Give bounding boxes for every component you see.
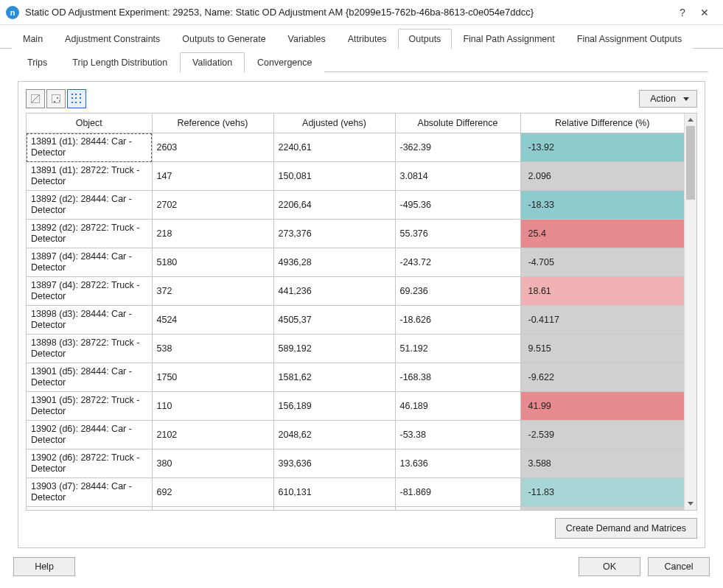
table-row[interactable]: 13902 (d6): 28722: Truck - Detector38039… [27,449,684,478]
subtab-validation[interactable]: Validation [180,52,245,72]
cell-absolute-diff: 69.236 [395,277,520,306]
column-header[interactable]: Object [27,113,152,133]
cell-object: 13903 (d7): 28722: Truck - Detector [27,507,152,511]
cell-relative-diff: 3.588 [520,449,684,478]
cell-adjusted: 156,189 [273,392,395,421]
cell-adjusted: 336,774 [273,507,395,511]
tab-outputs-to-generate[interactable]: Outputs to Generate [171,29,276,49]
cancel-button[interactable]: Cancel [648,557,710,576]
subtab-trip-length-distribution[interactable]: Trip Length Distribution [60,52,180,72]
line-chart-view-button[interactable] [26,89,45,108]
scroll-thumb[interactable] [686,126,695,200]
cell-adjusted: 150,081 [273,162,395,191]
table-row[interactable]: 13898 (d3): 28722: Truck - Detector53858… [27,335,684,363]
window-title: Static OD Adjustment Experiment: 29253, … [25,7,671,18]
table-row[interactable]: 13901 (d5): 28722: Truck - Detector11015… [27,392,684,421]
cell-reference: 321 [152,507,273,511]
cell-absolute-diff: 46.189 [395,392,520,421]
table-row[interactable]: 13903 (d7): 28444: Car - Detector692610,… [27,478,684,507]
subtab-convergence[interactable]: Convergence [245,52,324,72]
cell-adjusted: 589,192 [273,335,395,363]
cell-absolute-diff: -53.38 [395,421,520,449]
cell-absolute-diff: -362.39 [395,133,520,162]
table-row[interactable]: 13891 (d1): 28444: Car - Detector2603224… [27,133,684,162]
tab-outputs[interactable]: Outputs [398,29,453,49]
cell-object: 13901 (d5): 28444: Car - Detector [27,363,152,392]
tab-final-assignment-outputs[interactable]: Final Assignment Outputs [566,29,693,49]
action-dropdown[interactable]: Action [639,90,697,108]
table-view-button[interactable] [67,89,86,108]
tab-adjustment-constraints[interactable]: Adjustment Constraints [54,29,171,49]
table-row[interactable]: 13897 (d4): 28444: Car - Detector5180493… [27,248,684,277]
cell-relative-diff: 18.61 [520,277,684,306]
cell-relative-diff: -11.83 [520,478,684,507]
action-label: Action [650,94,676,104]
cell-adjusted: 2048,62 [273,421,395,449]
cell-object: 13897 (d4): 28444: Car - Detector [27,248,152,277]
tab-variables[interactable]: Variables [277,29,337,49]
column-header[interactable]: Reference (vehs) [152,113,273,133]
column-header[interactable]: Absolute Difference [395,113,520,133]
cell-absolute-diff: 55.376 [395,220,520,248]
cell-reference: 218 [152,220,273,248]
scroll-down-button[interactable] [685,497,696,510]
chevron-down-icon [683,97,689,101]
help-icon[interactable]: ? [671,1,694,24]
panel-toolbar: Action [26,89,697,108]
cell-relative-diff: -4.705 [520,248,684,277]
table-row[interactable]: 13902 (d6): 28444: Car - Detector2102204… [27,421,684,449]
tab-main[interactable]: Main [12,29,54,49]
table-row[interactable]: 13891 (d1): 28722: Truck - Detector14715… [27,162,684,191]
cell-adjusted: 4936,28 [273,248,395,277]
cell-adjusted: 2206,64 [273,191,395,220]
table-row[interactable]: 13901 (d5): 28444: Car - Detector1750158… [27,363,684,392]
cell-reference: 110 [152,392,273,421]
table-row[interactable]: 13897 (d4): 28722: Truck - Detector37244… [27,277,684,306]
scatter-view-button[interactable] [46,89,66,108]
cell-absolute-diff: 3.0814 [395,162,520,191]
cell-reference: 1750 [152,363,273,392]
tab-final-path-assignment[interactable]: Final Path Assignment [452,29,565,49]
cell-absolute-diff: -81.869 [395,478,520,507]
cell-adjusted: 610,131 [273,478,395,507]
table-row[interactable]: 13898 (d3): 28444: Car - Detector4524450… [27,306,684,335]
cell-object: 13891 (d1): 28444: Car - Detector [27,133,152,162]
cell-reference: 372 [152,277,273,306]
create-demand-button[interactable]: Create Demand and Matrices [555,518,697,539]
cell-adjusted: 4505,37 [273,306,395,335]
table-row[interactable]: 13892 (d2): 28444: Car - Detector2702220… [27,191,684,220]
cell-relative-diff: -13.92 [520,133,684,162]
scatter-icon [52,94,60,103]
cell-relative-diff: 2.096 [520,162,684,191]
cell-reference: 692 [152,478,273,507]
cell-adjusted: 393,636 [273,449,395,478]
vertical-scrollbar[interactable] [684,113,696,510]
tab-attributes[interactable]: Attributes [337,29,398,49]
table-row[interactable]: 13903 (d7): 28722: Truck - Detector32133… [27,507,684,511]
cell-adjusted: 273,376 [273,220,395,248]
cell-absolute-diff: -168.38 [395,363,520,392]
cell-reference: 5180 [152,248,273,277]
cell-object: 13898 (d3): 28722: Truck - Detector [27,335,152,363]
cell-absolute-diff: 13.636 [395,449,520,478]
table-row[interactable]: 13892 (d2): 28722: Truck - Detector21827… [27,220,684,248]
cell-object: 13902 (d6): 28722: Truck - Detector [27,449,152,478]
cell-relative-diff: 4.914 [520,507,684,511]
help-button[interactable]: Help [13,557,75,576]
cell-object: 13902 (d6): 28444: Car - Detector [27,421,152,449]
column-header[interactable]: Relative Difference (%) [520,113,684,133]
close-icon[interactable]: ✕ [694,1,716,24]
column-header[interactable]: Adjusted (vehs) [273,113,395,133]
scroll-track[interactable] [685,126,696,497]
subtab-trips[interactable]: Trips [15,52,60,72]
cell-object: 13901 (d5): 28722: Truck - Detector [27,392,152,421]
main-tabs: MainAdjustment ConstraintsOutputs to Gen… [0,25,723,49]
scroll-up-button[interactable] [685,113,696,126]
cell-object: 13891 (d1): 28722: Truck - Detector [27,162,152,191]
cell-object: 13898 (d3): 28444: Car - Detector [27,306,152,335]
cell-object: 13903 (d7): 28444: Car - Detector [27,478,152,507]
ok-button[interactable]: OK [579,557,640,576]
cell-relative-diff: -0.4117 [520,306,684,335]
cell-reference: 538 [152,335,273,363]
cell-relative-diff: 9.515 [520,335,684,363]
